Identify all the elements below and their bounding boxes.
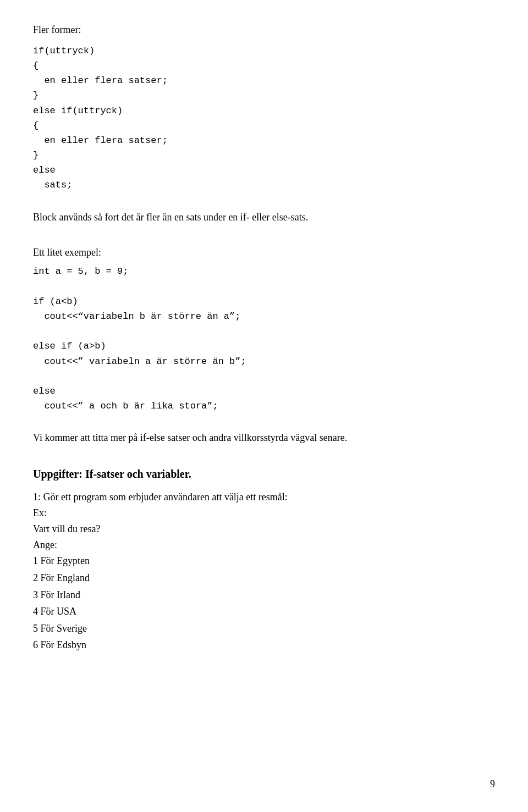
page-number: 9 — [490, 778, 495, 790]
task1-ange-label: Ange: — [33, 537, 495, 553]
list-item: 6 För Edsbyn — [33, 637, 495, 654]
section-example: Ett litet exempel: int a = 5, b = 9; if … — [33, 247, 495, 446]
list-item: 2 För England — [33, 570, 495, 587]
heading-uppgifter: Uppgifter: If-satser och variabler. — [33, 468, 495, 480]
task1-ex-question: Vart vill du resa? — [33, 521, 495, 537]
example-label: Ett litet exempel: — [33, 247, 495, 258]
list-item: 4 För USA — [33, 603, 495, 620]
task1-list: 1 För Egypten2 För England3 För Irland4 … — [33, 553, 495, 654]
heading-fler-former: Fler former: — [33, 22, 495, 38]
section-fler-former: Fler former: if(uttryck) { en eller fler… — [33, 22, 495, 225]
list-item: 5 För Sverige — [33, 620, 495, 637]
prose-if-else: Vi kommer att titta mer på if-else satse… — [33, 430, 495, 446]
list-item: 3 För Irland — [33, 587, 495, 604]
prose-block-uses: Block används så fort det är fler än en … — [33, 209, 495, 225]
task1-intro: 1: Gör ett program som erbjuder användar… — [33, 489, 495, 505]
code-block-1: if(uttryck) { en eller flera satser; } e… — [33, 43, 495, 193]
section-uppgifter: Uppgifter: If-satser och variabler. 1: G… — [33, 468, 495, 654]
task1-ex-label: Ex: — [33, 505, 495, 521]
list-item: 1 För Egypten — [33, 553, 495, 570]
code-block-2: int a = 5, b = 9; if (a<b) cout<<“variab… — [33, 264, 495, 413]
